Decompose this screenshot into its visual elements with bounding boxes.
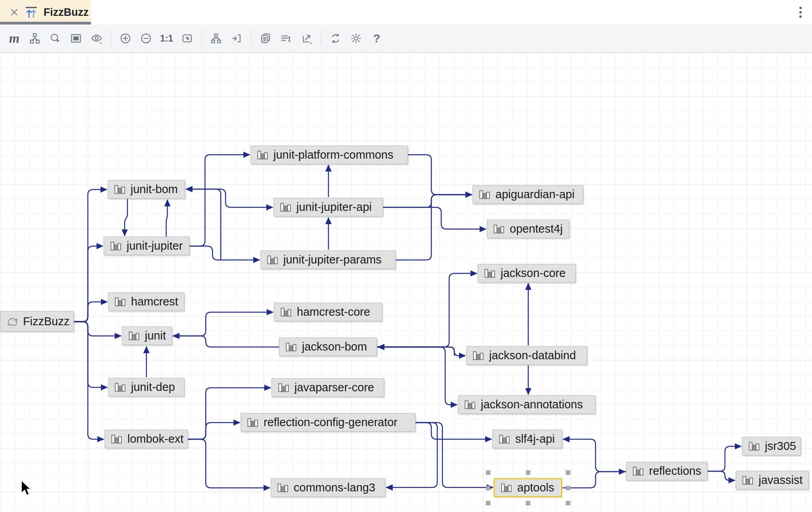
diagram-node-apiguardian-api[interactable]: apiguardian-api <box>472 185 583 204</box>
apply-layout-button[interactable] <box>207 30 225 47</box>
tab-title: FizzBuzz <box>44 6 89 19</box>
node-label: jsr305 <box>765 440 796 453</box>
diagram-node-jackson-bom[interactable]: jackson-bom <box>279 338 377 356</box>
node-label: commons-lang3 <box>294 481 375 494</box>
toolbar-separator <box>321 32 321 45</box>
diagram-node-commons-lang3[interactable]: commons-lang3 <box>271 478 385 497</box>
active-tab-underline <box>0 22 91 25</box>
help-button[interactable]: ? <box>368 30 385 47</box>
diagram-node-jsr305[interactable]: jsr305 <box>742 437 801 455</box>
selection-handle[interactable] <box>566 486 570 490</box>
actual-size-button[interactable]: 1:1 <box>158 30 175 47</box>
node-label: hamcrest-core <box>297 305 370 319</box>
node-label: hamcrest <box>131 295 178 308</box>
minimap-button[interactable] <box>67 30 85 47</box>
node-label: reflection-config-generator <box>264 416 398 429</box>
diagram-node-junit-jupiter[interactable]: junit-jupiter <box>104 237 190 255</box>
dependency-diagram-window: { "tab": { "title": "FizzBuzz", "close_i… <box>0 0 812 512</box>
diagram-node-javaparser-core[interactable]: javaparser-core <box>271 378 384 397</box>
node-label: junit-jupiter-api <box>296 201 372 214</box>
diagram-node-FizzBuzz[interactable]: FizzBuzz <box>0 311 74 332</box>
diagram-node-lombok-ext[interactable]: lombok-ext <box>104 430 188 448</box>
diagram-node-hamcrest[interactable]: hamcrest <box>108 292 184 311</box>
node-label: junit-dep <box>131 381 175 394</box>
diagram-node-hamcrest-core[interactable]: hamcrest-core <box>274 303 382 321</box>
node-label: javaparser-core <box>294 381 374 394</box>
selection-handle[interactable] <box>486 501 490 505</box>
library-icon <box>247 416 259 429</box>
library-icon <box>277 381 290 394</box>
close-icon[interactable] <box>9 8 19 17</box>
node-label: FizzBuzz <box>23 315 70 328</box>
selection-handle[interactable] <box>566 501 570 505</box>
selection-handle[interactable] <box>526 470 530 475</box>
fit-content-button[interactable] <box>178 30 196 47</box>
toolbar-separator <box>251 32 251 45</box>
node-label: jackson-databind <box>489 349 576 362</box>
settings-button[interactable] <box>347 30 365 47</box>
node-label: junit-jupiter <box>127 239 183 252</box>
locate-element-button[interactable] <box>47 30 64 47</box>
library-icon <box>279 201 292 213</box>
diagram-node-junit[interactable]: junit <box>122 326 172 345</box>
diagram-node-reflection-config-generator[interactable]: reflection-config-generator <box>241 413 415 432</box>
node-label: junit-bom <box>131 183 178 196</box>
library-icon <box>266 254 279 266</box>
library-icon <box>277 482 289 494</box>
diagram-node-jackson-annotations[interactable]: jackson-annotations <box>458 395 596 414</box>
node-label: opentest4j <box>510 222 563 235</box>
library-icon <box>110 240 122 252</box>
zoom-out-button[interactable] <box>137 30 155 47</box>
kebab-menu-icon[interactable] <box>795 5 806 21</box>
copy-diagram-button[interactable] <box>257 30 274 47</box>
focus-element-button[interactable] <box>228 30 245 47</box>
diagram-node-jackson-core[interactable]: jackson-core <box>478 264 576 283</box>
selection-handle[interactable] <box>566 470 570 475</box>
diagram-node-reflections[interactable]: reflections <box>626 462 708 480</box>
node-label: lombok-ext <box>127 432 184 446</box>
library-icon <box>498 433 510 445</box>
diagram-node-jackson-databind[interactable]: jackson-databind <box>466 346 587 365</box>
library-icon <box>110 433 123 445</box>
diagram-node-junit-jupiter-api[interactable]: junit-jupiter-api <box>273 198 383 216</box>
diagram-node-aptools[interactable]: aptools <box>494 478 562 497</box>
library-icon <box>472 349 484 362</box>
export-diagram-button[interactable] <box>298 30 315 47</box>
pull-up-diagram-icon <box>25 6 38 19</box>
gradle-icon <box>6 315 18 328</box>
library-icon <box>500 482 512 494</box>
selection-handle[interactable] <box>526 501 530 505</box>
tab-fizzbuzz[interactable]: FizzBuzz <box>0 0 91 25</box>
library-icon <box>114 183 126 195</box>
diagram-node-junit-bom[interactable]: junit-bom <box>108 180 185 199</box>
diagram-structure-button[interactable] <box>26 30 44 47</box>
node-label: slf4j-api <box>515 432 555 446</box>
maven-button[interactable]: m <box>6 30 23 47</box>
library-icon <box>114 296 126 308</box>
visibility-options-button[interactable] <box>88 30 105 47</box>
selection-handle[interactable] <box>486 486 490 490</box>
refresh-button[interactable] <box>327 30 344 47</box>
diagram-node-junit-jupiter-params[interactable]: junit-jupiter-params <box>260 250 396 269</box>
node-label: junit <box>145 329 166 342</box>
library-icon <box>280 306 292 318</box>
editor-tab-bar: FizzBuzz <box>0 0 812 25</box>
node-label: junit-platform-commons <box>273 148 393 161</box>
library-icon <box>478 188 491 201</box>
diagram-node-slf4j-api[interactable]: slf4j-api <box>492 430 562 448</box>
toolbar-separator <box>201 32 202 45</box>
diagram-node-opentest4j[interactable]: opentest4j <box>487 220 569 238</box>
node-label: jackson-core <box>501 267 565 280</box>
selection-handle[interactable] <box>486 470 490 475</box>
library-icon <box>493 223 505 235</box>
diagram-node-javassist[interactable]: javassist <box>736 471 809 489</box>
diagram-node-junit-platform-commons[interactable]: junit-platform-commons <box>250 146 408 164</box>
node-label: javassist <box>759 474 803 487</box>
node-label: jackson-bom <box>302 340 367 353</box>
library-icon <box>128 330 140 342</box>
diagram-node-junit-dep[interactable]: junit-dep <box>108 378 184 396</box>
library-icon <box>114 381 126 393</box>
show-details-button[interactable] <box>277 30 295 47</box>
zoom-in-button[interactable] <box>117 30 134 47</box>
library-icon <box>256 149 269 161</box>
